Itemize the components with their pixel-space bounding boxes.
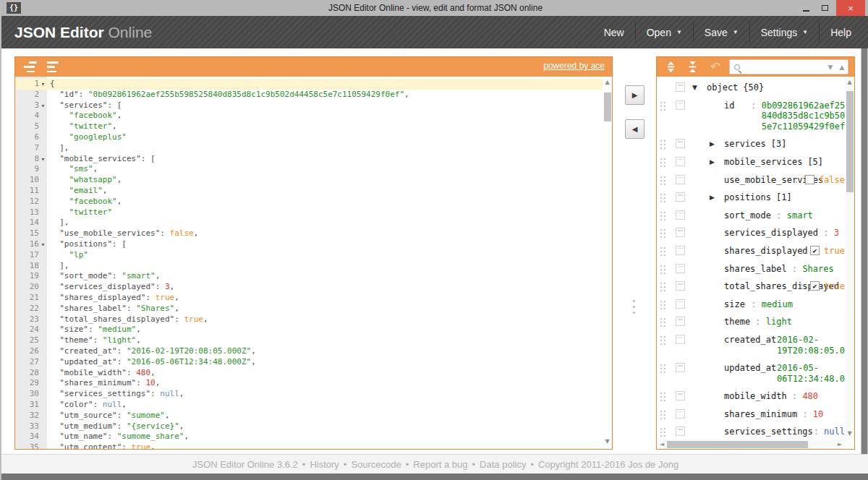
field-value[interactable]: 480: [802, 391, 818, 402]
code-text[interactable]: "size": "medium",: [47, 325, 603, 335]
maximize-button[interactable]: [816, 0, 833, 16]
field-name[interactable]: positions: [724, 192, 771, 203]
row-actions-button[interactable]: [676, 100, 685, 110]
code-line[interactable]: 20 "services_displayed": 3,: [15, 282, 603, 293]
field-name[interactable]: shares_minimum: [724, 409, 797, 420]
code-text[interactable]: "services_settings": null,: [47, 389, 603, 400]
code-line[interactable]: 35 "utm_content": true,: [15, 442, 603, 449]
code-text[interactable]: "googleplus": [47, 132, 603, 143]
code-text[interactable]: "utm_medium": "{service}",: [47, 421, 603, 432]
code-line[interactable]: 16▾ "positions": [: [15, 239, 603, 250]
code-line[interactable]: 29 "shares_minimum": 10,: [15, 378, 603, 389]
scroll-left-icon[interactable]: ◄: [658, 440, 666, 449]
field-value[interactable]: 2016-02- 19T20:08:05.0: [777, 335, 845, 356]
code-text[interactable]: "color": null,: [47, 400, 603, 411]
code-line[interactable]: 3▾ "services": [: [15, 100, 603, 111]
code-text[interactable]: ],: [47, 218, 603, 228]
fold-toggle-icon[interactable]: ▾: [39, 154, 47, 165]
code-line[interactable]: 26 "created_at": "2016-02-19T20:08:05.00…: [15, 346, 603, 357]
code-text[interactable]: "utm_content": true,: [47, 442, 603, 449]
copy-tree-to-code-button[interactable]: ◀: [625, 119, 644, 139]
editor-scrollbar-thumb[interactable]: [604, 93, 611, 121]
code-line[interactable]: 28 "mobile_width": 480,: [15, 368, 603, 379]
code-line[interactable]: 9 "sms",: [15, 164, 603, 175]
code-text[interactable]: "mobile_services": [: [47, 154, 603, 165]
row-actions-button[interactable]: [676, 264, 685, 273]
close-button[interactable]: ×: [836, 0, 865, 16]
code-line[interactable]: 31 "color": null,: [15, 400, 603, 411]
drag-handle-icon[interactable]: [660, 427, 667, 437]
scroll-right-icon[interactable]: ►: [835, 440, 844, 449]
compact-json-icon[interactable]: [47, 61, 61, 72]
code-text[interactable]: "utm_source": "sumome",: [47, 411, 603, 421]
checkbox-unchecked[interactable]: [805, 175, 814, 184]
code-line[interactable]: 21 "shares_displayed": true,: [15, 293, 603, 304]
code-text[interactable]: ],: [47, 261, 603, 272]
code-line[interactable]: 15 "use_mobile_services": false,: [15, 228, 603, 239]
code-text[interactable]: "email",: [47, 186, 603, 197]
menu-item-open[interactable]: Open▼: [636, 16, 693, 48]
code-line[interactable]: 19 "sort_mode": "smart",: [15, 271, 603, 282]
field-name[interactable]: object: [707, 82, 738, 93]
footer-link[interactable]: History: [310, 459, 339, 470]
checkbox-checked[interactable]: ✔: [810, 246, 820, 255]
drag-handle-icon[interactable]: [660, 228, 667, 238]
undo-button[interactable]: ↶: [707, 60, 723, 74]
field-value[interactable]: 3: [834, 228, 839, 239]
search-previous-button[interactable]: ▲: [836, 64, 848, 71]
row-actions-button[interactable]: [676, 228, 685, 237]
code-line[interactable]: 10 "whatsapp",: [15, 175, 603, 186]
code-text[interactable]: {: [47, 79, 603, 90]
format-json-icon[interactable]: [24, 61, 38, 72]
row-actions-button[interactable]: [676, 299, 685, 309]
code-text[interactable]: "sort_mode": "smart",: [47, 271, 603, 282]
editor-vertical-scrollbar[interactable]: ▲ ▼: [603, 77, 612, 449]
code-line[interactable]: 5 "twitter",: [15, 121, 603, 132]
field-value[interactable]: true: [824, 281, 845, 292]
field-name[interactable]: shares_label: [724, 264, 787, 275]
code-text[interactable]: "theme": "light",: [47, 335, 603, 346]
code-line[interactable]: 30 "services_settings": null,: [15, 389, 603, 400]
field-value[interactable]: null: [824, 427, 845, 437]
chevron-collapsed-icon[interactable]: ▶: [710, 192, 720, 203]
code-line[interactable]: 13 "twitter": [15, 207, 603, 218]
row-actions-button[interactable]: [676, 82, 685, 92]
collapse-all-button[interactable]: [684, 60, 700, 74]
field-value[interactable]: smart: [787, 210, 813, 221]
drag-handle-icon[interactable]: [660, 193, 667, 202]
code-text[interactable]: "shares_minimum": 10,: [47, 378, 603, 389]
code-line[interactable]: 4 "facebook",: [15, 111, 603, 121]
field-name[interactable]: sort_mode: [724, 210, 771, 221]
code-text[interactable]: ],: [47, 143, 603, 154]
field-name[interactable]: services_displayed: [724, 228, 818, 239]
drag-handle-icon[interactable]: [660, 101, 667, 111]
field-value[interactable]: 0b092861962aef255b5 840d835d8c1c9b502d4 …: [762, 100, 845, 132]
search-next-button[interactable]: ▼: [825, 64, 836, 71]
code-text[interactable]: "services": [: [47, 100, 603, 111]
drag-handle-icon[interactable]: [660, 364, 667, 373]
code-line[interactable]: 14 ],: [15, 218, 603, 228]
drag-handle-icon[interactable]: [660, 211, 667, 220]
copy-code-to-tree-button[interactable]: ▶: [625, 85, 644, 105]
code-line[interactable]: 17 "lp": [15, 250, 603, 261]
code-text[interactable]: "use_mobile_services": false,: [47, 228, 603, 239]
row-actions-button[interactable]: [676, 391, 685, 400]
code-line[interactable]: 18 ],: [15, 261, 603, 272]
drag-handle-icon[interactable]: [660, 247, 667, 256]
row-actions-button[interactable]: [676, 427, 685, 436]
chevron-collapsed-icon[interactable]: ▶: [710, 157, 720, 168]
field-value[interactable]: 2016-05- 06T12:34:48.0: [777, 363, 845, 384]
drag-handle-icon[interactable]: [660, 140, 667, 149]
code-line[interactable]: 32 "utm_source": "sumome",: [15, 411, 603, 421]
field-name[interactable]: updated_at: [724, 363, 761, 374]
row-actions-button[interactable]: [676, 139, 685, 148]
field-name[interactable]: services_settings: [724, 427, 808, 437]
code-text[interactable]: "total_shares_displayed": true,: [47, 314, 603, 325]
chevron-collapsed-icon[interactable]: ▶: [710, 139, 720, 150]
tree-scrollbar-thumb[interactable]: [846, 91, 854, 192]
code-line[interactable]: 2 "id": "0b092861962aef255b598525840d835…: [15, 90, 603, 100]
row-actions-button[interactable]: [676, 246, 685, 255]
drag-handle-icon[interactable]: [660, 392, 667, 401]
code-text[interactable]: "facebook",: [47, 111, 603, 121]
field-value[interactable]: medium: [762, 299, 793, 310]
